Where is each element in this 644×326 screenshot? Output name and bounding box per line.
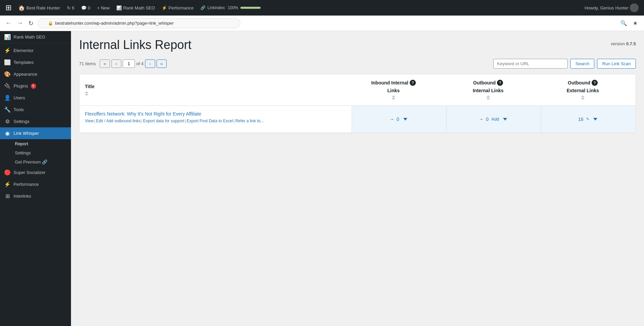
col-header-outbound-ext: Outbound ? External Links [535,80,630,100]
sidebar-sub-get-premium[interactable]: Get Premium 🔗 [11,157,71,167]
outbound-ext-edit-icon[interactable]: ✎ [586,117,589,121]
title-col-label: Title [85,84,95,89]
inbound-chevron-down-icon [403,118,407,121]
keyword-input[interactable] [493,59,568,69]
outbound-ext-help-icon[interactable]: ? [592,80,598,86]
search-button[interactable]: Search [570,59,594,69]
sidebar-item-users[interactable]: 👤 Users [0,92,71,104]
linkindex-progress-fill [240,7,261,9]
refer-link[interactable]: Refer a link to... [235,119,264,123]
inbound-help-icon[interactable]: ? [410,80,416,86]
export-excel-link[interactable]: Export Post Data to Excel [187,119,233,123]
outbound-ext-sort-up[interactable] [581,95,585,97]
sidebar-item-performance[interactable]: ⚡ Performance [0,178,71,190]
next-page-button[interactable]: › [145,59,155,68]
appearance-icon: 🎨 [4,71,11,77]
site-name-item[interactable]: 🏠 Best Rate Hunter [16,3,63,12]
outbound-int-value[interactable]: 0 [486,117,489,122]
page-title: Internal Links Report [79,38,191,52]
sidebar-item-tools[interactable]: 🔧 Tools [0,104,71,116]
sidebar-item-super-socializer[interactable]: 🔴 Super Socializer [0,167,71,178]
rank-math-item[interactable]: 📊 Rank Math SEO [114,4,158,12]
row-actions: View | Edit / Add outbound links | Expor… [85,119,346,123]
outbound-ext-col-label-line1: Outbound [568,80,591,85]
sidebar-item-settings[interactable]: ⚙ Settings [0,116,71,127]
settings-icon: ⚙ [4,118,11,125]
col-header-title: Title [85,80,346,100]
sidebar-templates-label: Templates [14,60,33,65]
rank-math-label: Rank Math SEO [123,5,155,10]
comments-item[interactable]: 💬 0 [78,4,93,12]
title-sort-down[interactable] [85,94,88,96]
first-page-button[interactable]: « [100,59,110,68]
tools-icon: 🔧 [4,106,11,113]
outbound-ext-value[interactable]: 16 [578,117,583,122]
wp-logo-icon: ⊞ [3,2,14,14]
updates-item[interactable]: ↻ 6 [64,4,77,12]
sidebar-item-templates[interactable]: ⬜ Templates [0,56,71,68]
view-link[interactable]: View [85,119,94,123]
plugins-badge: 6 [31,83,36,89]
sidebar-super-socializer-label: Super Socializer [14,170,46,175]
link-whisper-icon: ◉ [4,130,11,136]
version-label: version 0.7.5 [611,41,636,46]
url-bar[interactable]: 🔒 bestratehunter.com/wp-admin/admin.php?… [38,18,240,28]
outbound-int-sort-up[interactable] [486,95,490,97]
sidebar-item-plugins[interactable]: 🔌 Plugins 6 [0,80,71,92]
performance-item[interactable]: ⚡ Performance [159,4,196,12]
prev-page-button[interactable]: ‹ [111,59,121,68]
edit-add-links[interactable]: Edit / Add outbound links [96,119,141,123]
rank-math-sidebar-label: Rank Math SEO [14,34,45,40]
outbound-int-chevron-down-icon [503,118,507,121]
post-title-link[interactable]: Flexoffers Network: Why It's Not Right f… [85,111,346,117]
sidebar-sub-settings[interactable]: Settings [11,148,71,157]
inbound-dropdown-button[interactable] [402,117,409,122]
outbound-int-sort-down[interactable] [486,98,490,100]
page-number-input[interactable] [123,59,135,68]
interlinks-icon: ⊞ [4,193,11,199]
sidebar-item-appearance[interactable]: 🎨 Appearance [0,68,71,80]
sidebar-sub-report[interactable]: Report [11,139,71,148]
outbound-int-col-label-line1: Outbound [473,80,496,85]
howdy-item[interactable]: Howdy, Genius Hunter [582,2,641,14]
rank-math-sidebar-icon: 📊 [4,34,11,40]
performance-sidebar-icon: ⚡ [4,181,11,187]
inbound-value[interactable]: 0 [397,117,399,122]
new-item[interactable]: + New [94,4,112,12]
linkindex-label: Linkindex: [208,5,226,10]
outbound-int-help-icon[interactable]: ? [497,80,503,86]
last-page-button[interactable]: » [157,59,167,68]
export-support-link[interactable]: Export data for support [143,119,184,123]
elementor-icon: ⚡ [4,47,11,54]
items-count: 71 items [79,61,96,66]
page-header: Internal Links Report version 0.7.5 [79,38,636,52]
avatar [630,3,639,12]
howdy-label: Howdy, Genius Hunter [585,5,628,10]
inbound-arrow: → [389,117,394,122]
run-link-scan-button[interactable]: Run Link Scan [597,59,636,69]
search-bar: Search Run Link Scan [493,59,636,69]
outbound-ext-dropdown-button[interactable] [592,117,599,122]
reload-button[interactable]: ↻ [27,18,35,28]
sidebar-item-link-whisper[interactable]: ◉ Link Whisper [0,127,71,139]
new-label: + New [97,5,110,10]
main-layout: 📊 Rank Math SEO ⚡ Elementor ⬜ Templates … [0,31,644,326]
browser-nav-bar: ← → ↻ 🔒 bestratehunter.com/wp-admin/admi… [0,16,644,31]
sidebar-item-interlinks[interactable]: ⊞ Interlinks [0,190,71,202]
col-header-outbound-int: Outbound ? Internal Links [441,80,535,100]
title-sort-arrows [85,91,88,96]
title-sort-up[interactable] [85,91,88,93]
outbound-int-dropdown-button[interactable] [502,117,508,122]
inbound-sort-up[interactable] [392,95,395,97]
outbound-int-add-link[interactable]: Add [491,117,499,122]
of-pages-label: of 4 [136,61,144,66]
back-button[interactable]: ← [4,18,13,28]
sidebar-item-rank-math[interactable]: 📊 Rank Math SEO [0,31,71,43]
comments-icon: 💬 [81,5,87,10]
inbound-sort-down[interactable] [392,98,395,100]
sidebar-item-elementor[interactable]: ⚡ Elementor [0,45,71,56]
forward-button[interactable]: → [16,18,24,28]
sidebar-link-whisper-label: Link Whisper [14,131,39,136]
outbound-ext-sort-down[interactable] [581,98,585,100]
sidebar-elementor-label: Elementor [14,48,33,53]
